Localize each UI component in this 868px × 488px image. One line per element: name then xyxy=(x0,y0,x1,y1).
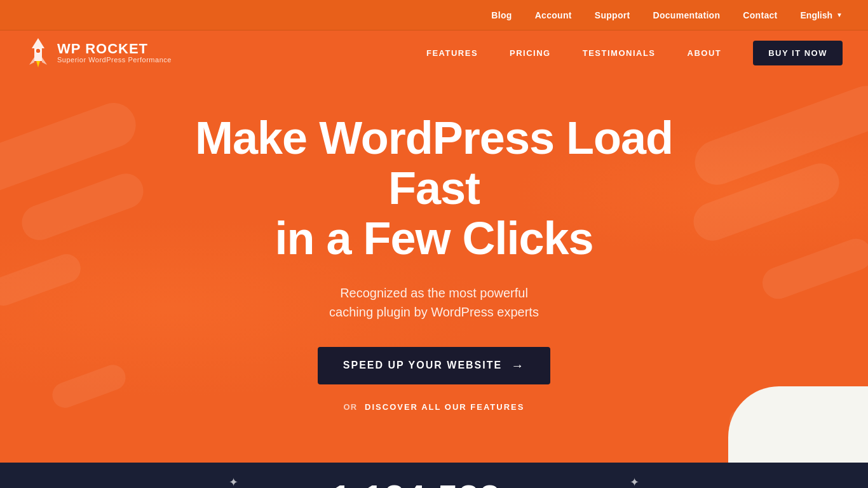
stat-number: 1,124,533 xyxy=(331,477,501,488)
white-corner-decoration xyxy=(728,386,868,463)
logo-subtitle: Superior WordPress Performance xyxy=(57,56,172,64)
speed-up-button[interactable]: SPEED UP YOUR WEBSITE → xyxy=(318,347,550,384)
arrow-icon: → xyxy=(511,358,525,373)
svg-marker-3 xyxy=(36,61,40,67)
hero-headline: Make WordPress Load Fast in a Few Clicks xyxy=(180,113,688,264)
chevron-down-icon: ▼ xyxy=(836,11,843,18)
subtext-line1: Recognized as the most powerful xyxy=(340,286,528,300)
language-label: English xyxy=(801,10,833,20)
hero-subtext: Recognized as the most powerful caching … xyxy=(180,283,688,322)
speed-up-label: SPEED UP YOUR WEBSITE xyxy=(343,360,502,371)
subtext-line2: caching plugin by WordPress experts xyxy=(329,305,539,319)
logo-icon xyxy=(25,37,51,69)
nav-contact[interactable]: Contact xyxy=(743,10,777,20)
nav-features[interactable]: FEATURES xyxy=(426,48,478,58)
logo-link[interactable]: WP ROCKET Superior WordPress Performance xyxy=(25,37,172,69)
nav-documentation[interactable]: Documentation xyxy=(653,10,721,20)
nav-support[interactable]: Support xyxy=(595,10,630,20)
svg-marker-1 xyxy=(29,57,34,65)
nav-pricing[interactable]: PRICING xyxy=(510,48,551,58)
nav-testimonials[interactable]: TESTIMONIALS xyxy=(583,48,656,58)
nav-blog[interactable]: Blog xyxy=(491,10,512,20)
main-nav-links: FEATURES PRICING TESTIMONIALS ABOUT BUY … xyxy=(426,41,843,65)
top-bar: Blog Account Support Documentation Conta… xyxy=(0,0,868,30)
svg-point-4 xyxy=(36,48,41,53)
language-selector[interactable]: English ▼ xyxy=(801,10,843,20)
top-nav: Blog Account Support Documentation Conta… xyxy=(491,10,843,20)
svg-marker-2 xyxy=(42,57,47,65)
star-decoration-1: ✦ xyxy=(229,475,238,488)
buy-now-button[interactable]: BUY IT NOW xyxy=(753,41,843,65)
logo-title: WP ROCKET xyxy=(57,42,172,56)
stats-inner: ALREADY 1,124,533 SITES IN ORBIT xyxy=(72,477,796,488)
stats-bar: ✦ ✦ ✦ ✦ ALREADY 1,124,533 SITES IN ORBIT xyxy=(0,463,868,488)
hero-content: Make WordPress Load Fast in a Few Clicks… xyxy=(180,113,688,412)
nav-about[interactable]: ABOUT xyxy=(688,48,722,58)
discover-features-link[interactable]: DISCOVER ALL OUR FEATURES xyxy=(365,402,524,412)
headline-line1: Make WordPress Load Fast xyxy=(195,112,673,214)
cta-secondary-row: OR DISCOVER ALL OUR FEATURES xyxy=(180,402,688,412)
headline-line2: in a Few Clicks xyxy=(275,213,593,264)
or-label: OR xyxy=(344,402,358,412)
logo-text: WP ROCKET Superior WordPress Performance xyxy=(57,42,172,64)
main-nav: WP ROCKET Superior WordPress Performance… xyxy=(0,30,868,75)
nav-account[interactable]: Account xyxy=(535,10,572,20)
hero-section: Make WordPress Load Fast in a Few Clicks… xyxy=(0,75,868,463)
star-decoration-3: ✦ xyxy=(630,475,639,488)
